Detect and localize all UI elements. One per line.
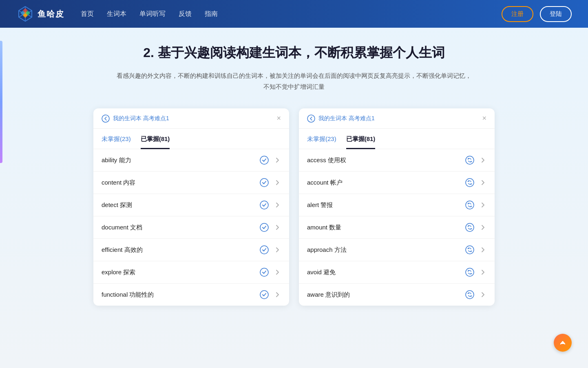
- right-word-item-4: approach 方法: [299, 239, 495, 261]
- right-word-actions-0: [465, 156, 486, 165]
- left-check-btn-1[interactable]: [260, 178, 269, 187]
- svg-point-21: [466, 291, 474, 299]
- left-word-text-0: ability 能力: [102, 156, 131, 164]
- svg-point-8: [260, 178, 268, 187]
- left-arrow-btn-1[interactable]: [274, 179, 281, 186]
- navbar: 鱼哈皮 首页 生词本 单词听写 反馈 指南 注册 登陆: [0, 0, 588, 28]
- left-tab-unmastered[interactable]: 未掌握(23): [102, 129, 131, 149]
- right-panel-tabs: 未掌握(23) 已掌握(81): [299, 129, 495, 149]
- left-check-btn-5[interactable]: [260, 268, 269, 277]
- left-tab-mastered[interactable]: 已掌握(81): [141, 129, 170, 149]
- right-arrow-btn-5[interactable]: [479, 269, 486, 276]
- nav-home[interactable]: 首页: [81, 10, 94, 17]
- left-arrow-btn-2[interactable]: [274, 201, 281, 209]
- right-word-text-3: amount 数量: [307, 224, 341, 231]
- left-word-text-5: explore 探索: [102, 269, 135, 276]
- left-check-btn-4[interactable]: [260, 245, 269, 254]
- left-word-item-0: ability 能力: [93, 149, 289, 172]
- left-arrow-btn-5[interactable]: [274, 269, 281, 276]
- main-content: 2. 基于兴趣阅读构建生词本，不断积累掌握个人生词 看感兴趣的外文内容，不断的构…: [49, 28, 539, 330]
- right-word-item-6: aware 意识到的: [299, 284, 495, 306]
- nav-vocab[interactable]: 生词本: [107, 10, 126, 17]
- svg-point-13: [260, 291, 268, 299]
- left-word-item-4: efficient 高效的: [93, 239, 289, 261]
- right-panel-header: 我的生词本 高考难点1 ×: [299, 108, 495, 129]
- left-panel-title: 我的生词本 高考难点1: [113, 115, 169, 122]
- right-word-actions-3: [465, 223, 486, 232]
- right-tab-mastered[interactable]: 已掌握(81): [346, 129, 376, 149]
- logo-area: 鱼哈皮: [16, 5, 64, 23]
- nav-feedback[interactable]: 反馈: [179, 10, 192, 17]
- nav-dictation[interactable]: 单词听写: [139, 10, 166, 17]
- svg-point-7: [260, 156, 268, 164]
- scroll-up-button[interactable]: [554, 334, 572, 352]
- left-panel-header: 我的生词本 高考难点1 ×: [93, 108, 289, 129]
- left-word-actions-4: [260, 245, 281, 254]
- register-button[interactable]: 注册: [502, 6, 533, 22]
- left-arrow-btn-3[interactable]: [274, 224, 281, 231]
- left-word-actions-2: [260, 201, 281, 209]
- left-word-text-3: document 文档: [102, 224, 142, 231]
- right-back-arrow-icon[interactable]: [307, 115, 315, 123]
- left-back-arrow-icon[interactable]: [102, 115, 110, 123]
- right-refresh-btn-6[interactable]: [465, 290, 474, 299]
- right-word-item-0: access 使用权: [299, 149, 495, 172]
- left-word-text-6: functional 功能性的: [102, 291, 154, 299]
- right-word-text-4: approach 方法: [307, 246, 347, 254]
- right-refresh-btn-5[interactable]: [465, 268, 474, 277]
- right-refresh-btn-4[interactable]: [465, 245, 474, 254]
- right-arrow-btn-6[interactable]: [479, 291, 486, 298]
- left-accent: [0, 41, 2, 163]
- right-refresh-btn-3[interactable]: [465, 223, 474, 232]
- right-word-item-1: account 帐户: [299, 172, 495, 194]
- logo-text: 鱼哈皮: [38, 9, 64, 20]
- right-word-actions-4: [465, 245, 486, 254]
- left-check-btn-2[interactable]: [260, 201, 269, 209]
- right-arrow-btn-2[interactable]: [479, 201, 486, 209]
- svg-point-11: [260, 246, 268, 254]
- nav-guide[interactable]: 指南: [205, 10, 218, 17]
- page-desc: 看感兴趣的外文内容，不断的构建和训练自己的生词本，被加关注的单词会在后面的阅读中…: [74, 70, 514, 92]
- login-button[interactable]: 登陆: [540, 6, 572, 22]
- right-arrow-btn-0[interactable]: [479, 156, 486, 164]
- svg-point-9: [260, 201, 268, 209]
- right-word-text-2: alert 警报: [307, 201, 333, 209]
- left-check-btn-6[interactable]: [260, 290, 269, 299]
- left-word-item-3: document 文档: [93, 216, 289, 239]
- right-arrow-btn-1[interactable]: [479, 179, 486, 186]
- right-word-item-5: avoid 避免: [299, 261, 495, 284]
- svg-point-16: [466, 178, 474, 187]
- svg-point-10: [260, 223, 268, 231]
- left-word-list: ability 能力 content 内容: [93, 149, 289, 306]
- left-arrow-btn-6[interactable]: [274, 291, 281, 298]
- left-word-item-6: functional 功能性的: [93, 284, 289, 306]
- navbar-right: 注册 登陆: [502, 6, 572, 22]
- right-tab-unmastered[interactable]: 未掌握(23): [307, 129, 336, 149]
- left-word-actions-0: [260, 156, 281, 165]
- right-refresh-btn-0[interactable]: [465, 156, 474, 165]
- right-word-text-0: access 使用权: [307, 156, 346, 164]
- svg-point-12: [260, 268, 268, 276]
- left-arrow-btn-0[interactable]: [274, 156, 281, 164]
- right-word-actions-2: [465, 201, 486, 209]
- right-arrow-btn-4[interactable]: [479, 246, 486, 253]
- left-word-actions-3: [260, 223, 281, 232]
- right-panel-close-button[interactable]: ×: [482, 114, 486, 123]
- svg-point-6: [102, 115, 109, 122]
- right-word-actions-5: [465, 268, 486, 277]
- left-word-item-1: content 内容: [93, 172, 289, 194]
- left-panel-close-button[interactable]: ×: [276, 114, 281, 123]
- right-word-actions-1: [465, 178, 486, 187]
- left-arrow-btn-4[interactable]: [274, 246, 281, 253]
- right-arrow-btn-3[interactable]: [479, 224, 486, 231]
- right-refresh-btn-2[interactable]: [465, 201, 474, 209]
- left-check-btn-3[interactable]: [260, 223, 269, 232]
- left-word-text-2: detect 探测: [102, 201, 132, 209]
- right-word-item-3: amount 数量: [299, 216, 495, 239]
- svg-point-15: [466, 156, 474, 164]
- left-check-btn-0[interactable]: [260, 156, 269, 165]
- svg-point-18: [466, 223, 474, 231]
- left-word-item-5: explore 探索: [93, 261, 289, 284]
- right-panel-title: 我的生词本 高考难点1: [318, 115, 375, 122]
- right-refresh-btn-1[interactable]: [465, 178, 474, 187]
